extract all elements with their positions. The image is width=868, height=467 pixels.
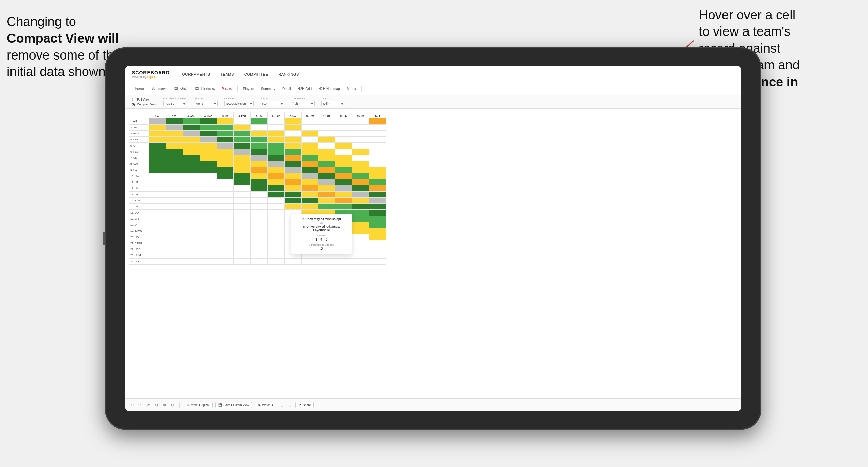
matrix-cell[interactable] — [251, 179, 268, 185]
matrix-cell[interactable] — [318, 161, 335, 167]
matrix-cell[interactable] — [149, 173, 166, 179]
matrix-cell[interactable] — [234, 118, 251, 125]
matrix-cell[interactable] — [318, 155, 335, 161]
matrix-cell[interactable] — [335, 125, 352, 131]
save-custom-button[interactable]: 💾 Save Custom View — [215, 402, 252, 408]
matrix-cell[interactable] — [352, 179, 369, 185]
matrix-cell[interactable] — [251, 222, 268, 228]
nav-tournaments[interactable]: TOURNAMENTS — [180, 71, 210, 78]
matrix-cell[interactable] — [149, 179, 166, 185]
matrix-cell[interactable] — [251, 240, 268, 246]
matrix-cell[interactable] — [183, 167, 200, 173]
matrix-cell[interactable] — [200, 222, 217, 228]
matrix-cell[interactable] — [302, 173, 318, 179]
matrix-cell[interactable] — [268, 204, 285, 210]
matrix-cell[interactable] — [200, 204, 217, 210]
matrix-cell[interactable] — [251, 198, 268, 204]
matrix-cell[interactable] — [200, 167, 217, 173]
matrix-cell[interactable] — [149, 210, 166, 216]
matrix-cell[interactable] — [268, 149, 285, 155]
matrix-cell[interactable] — [335, 143, 352, 149]
matrix-cell[interactable] — [200, 118, 217, 125]
matrix-cell[interactable] — [217, 149, 234, 155]
matrix-cell[interactable] — [166, 118, 183, 125]
matrix-cell[interactable] — [302, 131, 318, 137]
matrix-cell[interactable] — [302, 143, 318, 149]
filter-gender-select[interactable]: Men's — [194, 101, 218, 106]
matrix-cell[interactable] — [200, 131, 217, 137]
matrix-cell[interactable] — [183, 179, 200, 185]
matrix-cell[interactable] — [234, 216, 251, 222]
matrix-cell[interactable] — [234, 192, 251, 198]
matrix-cell[interactable] — [369, 125, 386, 131]
sub-tab-h2hheatmap2[interactable]: H2H Heatmap — [316, 86, 342, 92]
matrix-cell[interactable] — [166, 216, 183, 222]
matrix-cell[interactable] — [302, 179, 318, 185]
matrix-cell[interactable] — [166, 198, 183, 204]
matrix-cell[interactable] — [166, 149, 183, 155]
matrix-cell[interactable] — [318, 137, 335, 143]
matrix-cell[interactable] — [251, 216, 268, 222]
matrix-cell[interactable] — [183, 204, 200, 210]
matrix-cell[interactable] — [352, 143, 369, 149]
matrix-cell[interactable] — [217, 204, 234, 210]
matrix-cell[interactable] — [251, 204, 268, 210]
matrix-cell[interactable] — [234, 234, 251, 240]
matrix-cell[interactable] — [200, 234, 217, 240]
matrix-cell[interactable] — [183, 137, 200, 143]
matrix-cell[interactable] — [149, 222, 166, 228]
matrix-cell[interactable] — [200, 192, 217, 198]
matrix-cell[interactable] — [369, 216, 386, 222]
matrix-cell[interactable] — [149, 259, 166, 265]
matrix-cell[interactable] — [268, 143, 285, 149]
matrix-cell[interactable] — [200, 125, 217, 131]
matrix-cell[interactable] — [335, 173, 352, 179]
matrix-cell[interactable] — [369, 210, 386, 216]
matrix-cell[interactable] — [285, 173, 302, 179]
matrix-cell[interactable] — [369, 155, 386, 161]
matrix-cell[interactable] — [251, 192, 268, 198]
matrix-cell[interactable] — [352, 259, 369, 265]
matrix-cell[interactable] — [268, 228, 285, 234]
matrix-cell[interactable] — [285, 185, 302, 192]
matrix-cell[interactable] — [234, 179, 251, 185]
matrix-cell[interactable] — [166, 179, 183, 185]
matrix-cell[interactable] — [268, 240, 285, 246]
matrix-cell[interactable] — [166, 155, 183, 161]
matrix-cell[interactable] — [318, 179, 335, 185]
matrix-cell[interactable] — [251, 143, 268, 149]
matrix-cell[interactable] — [183, 216, 200, 222]
matrix-cell[interactable] — [217, 179, 234, 185]
matrix-cell[interactable] — [369, 259, 386, 265]
matrix-cell[interactable] — [200, 240, 217, 246]
matrix-cell[interactable] — [183, 118, 200, 125]
matrix-cell[interactable] — [268, 185, 285, 192]
matrix-cell[interactable] — [285, 137, 302, 143]
matrix-cell[interactable] — [352, 137, 369, 143]
matrix-cell[interactable] — [200, 155, 217, 161]
matrix-cell[interactable] — [352, 131, 369, 137]
view-original-button[interactable]: ◎ View: Original — [184, 402, 213, 408]
matrix-cell[interactable] — [166, 222, 183, 228]
matrix-cell[interactable] — [369, 185, 386, 192]
matrix-cell[interactable] — [352, 198, 369, 204]
matrix-cell[interactable] — [285, 198, 302, 204]
matrix-cell[interactable] — [234, 246, 251, 252]
matrix-cell[interactable] — [335, 131, 352, 137]
matrix-cell[interactable] — [318, 204, 335, 210]
matrix-cell[interactable] — [302, 118, 318, 125]
sub-tab-players[interactable]: Players — [240, 86, 257, 92]
matrix-cell[interactable] — [251, 210, 268, 216]
matrix-cell[interactable] — [234, 259, 251, 265]
matrix-cell[interactable] — [166, 125, 183, 131]
share-button[interactable]: ↗ Share — [295, 402, 314, 408]
matrix-cell[interactable] — [302, 125, 318, 131]
zoom-in-icon[interactable]: ⊕ — [162, 402, 167, 408]
matrix-cell[interactable] — [369, 198, 386, 204]
matrix-cell[interactable] — [318, 125, 335, 131]
matrix-cell[interactable] — [268, 167, 285, 173]
matrix-cell[interactable] — [352, 173, 369, 179]
matrix-cell[interactable] — [166, 173, 183, 179]
matrix-cell[interactable] — [234, 228, 251, 234]
matrix-cell[interactable] — [234, 155, 251, 161]
